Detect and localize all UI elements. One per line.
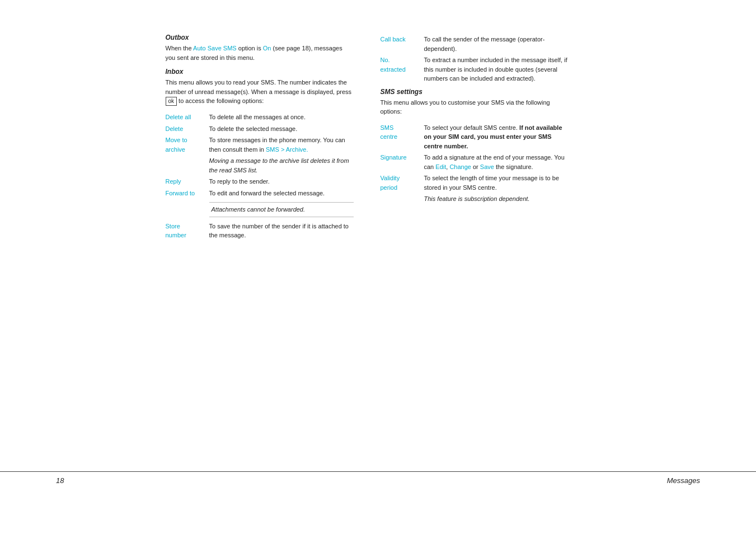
inbox-section: Inbox This menu allows you to read your … xyxy=(166,68,354,106)
option-store-number: Storenumber To save the number of the se… xyxy=(166,221,354,241)
outbox-section: Outbox When the Auto Save SMS option is … xyxy=(166,34,354,62)
inbox-body: This menu allows you to read your SMS. T… xyxy=(166,78,354,106)
option-attachments-note: Attachments cannot be forwarded. xyxy=(166,199,354,221)
option-signature: Signature To add a signature at the end … xyxy=(381,152,569,172)
option-subscription-note: This feature is subscription dependent. xyxy=(381,193,569,205)
option-delete-all: Delete all To delete all the messages at… xyxy=(166,111,354,123)
sms-settings-section: SMS settings This menu allows you to cus… xyxy=(381,88,569,116)
outbox-body: When the Auto Save SMS option is On (see… xyxy=(166,44,354,62)
option-no-extracted: No.extracted To extract a number include… xyxy=(381,54,569,85)
option-archive-note: Moving a message to the archive list del… xyxy=(166,155,354,176)
option-forward-to: Forward to To edit and forward the selec… xyxy=(166,188,354,199)
inbox-title: Inbox xyxy=(166,68,354,76)
option-validity-period: Validityperiod To select the length of t… xyxy=(381,172,569,193)
footer-bar: 18 Messages xyxy=(0,471,756,489)
option-delete: Delete To delete the selected message. xyxy=(166,123,354,135)
option-reply: Reply To reply to the sender. xyxy=(166,176,354,188)
option-sms-centre: SMScentre To select your default SMS cen… xyxy=(381,122,569,152)
sms-settings-intro: This menu allows you to customise your S… xyxy=(381,98,569,116)
option-move-to-archive: Move toarchive To store messages in the … xyxy=(166,134,354,155)
ok-button: ok xyxy=(166,97,177,106)
sms-settings-options-table: SMScentre To select your default SMS cen… xyxy=(381,122,569,205)
page-number: 18 xyxy=(56,476,64,485)
right-options-table: Call back To call the sender of the mess… xyxy=(381,34,569,85)
right-column: Call back To call the sender of the mess… xyxy=(367,34,569,245)
left-column: Outbox When the Auto Save SMS option is … xyxy=(166,34,367,245)
sms-settings-title: SMS settings xyxy=(381,88,569,96)
inbox-options-table: Delete all To delete all the messages at… xyxy=(166,111,354,241)
outbox-title: Outbox xyxy=(166,34,354,41)
option-call-back: Call back To call the sender of the mess… xyxy=(381,34,569,54)
section-label: Messages xyxy=(667,476,700,485)
